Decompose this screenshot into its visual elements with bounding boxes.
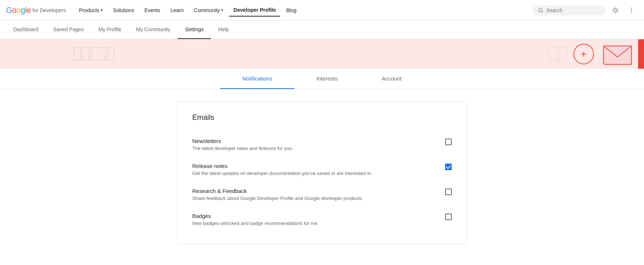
research-feedback-checkbox[interactable] [445,189,452,195]
nav-item-events[interactable]: Events [140,4,165,16]
svg-point-12 [631,10,632,11]
release-notes-desc: Get the latest updates on developer docu… [192,171,372,176]
subnav-item-my-community[interactable]: My Community [129,21,178,39]
subnav-item-dashboard[interactable]: Dashboard [6,21,46,39]
subnav-item-settings[interactable]: Settings [178,21,211,39]
hero-envelope [603,43,632,65]
research-feedback-label: Research & Feedback [192,188,363,194]
nav-item-learn[interactable]: Learn [166,4,188,16]
top-nav: Google for Developers Products ▾ Solutio… [0,0,644,21]
main-content: Emails Newsletters The latest developer … [171,101,473,244]
search-box[interactable] [532,5,606,15]
svg-line-9 [613,12,613,12]
hero-banner: + [0,39,644,69]
email-row-research-feedback: Research & Feedback Share feedback about… [192,182,452,207]
more-vertical-icon [628,7,635,14]
settings-tab-notifications[interactable]: Notifications [220,69,294,89]
email-card-title: Emails [192,113,452,122]
svg-point-11 [631,7,632,8]
email-row-release-notes: Release notes Get the latest updates on … [192,157,452,182]
hero-rect-group [548,47,568,61]
hero-left-shapes [0,39,115,69]
svg-rect-14 [604,46,632,64]
hero-shape-rect-2 [82,47,90,61]
settings-tab-account[interactable]: Account [360,69,424,89]
nav-item-developer-profile[interactable]: Developer Profile [229,4,280,17]
sub-nav: Dashboard Saved Pages My Profile My Comm… [0,21,644,39]
release-notes-label: Release notes [192,163,372,169]
newsletters-desc: The latest developer news and features f… [192,146,293,151]
newsletters-label: Newsletters [192,138,293,144]
hero-right-shapes: + [548,39,644,69]
release-notes-checkbox[interactable] [445,164,452,170]
svg-point-13 [631,12,632,13]
email-row-newsletters: Newsletters The latest developer news an… [192,132,452,157]
settings-tabs: Notifications Interests Account [0,69,644,89]
subnav-item-help[interactable]: Help [211,21,236,39]
hero-rect-2 [559,47,568,61]
nav-item-blog[interactable]: Blog [282,4,301,16]
hero-plus-circle: + [573,44,594,64]
hero-shape-rect-3 [91,47,106,61]
logo[interactable]: Google for Developers [6,6,66,15]
email-card: Emails Newsletters The latest developer … [177,101,467,244]
hero-red-bar [638,39,644,69]
hero-shape-rect-1 [74,47,81,61]
chevron-down-icon: ▾ [101,8,103,12]
nav-right [532,4,638,17]
search-input[interactable] [546,7,600,13]
svg-line-10 [617,8,618,8]
badges-desc: New badges unlocked and badge recommenda… [192,221,319,226]
svg-point-2 [614,8,617,11]
search-icon [538,7,543,13]
svg-point-0 [539,8,542,11]
email-row-badges: Badges New badges unlocked and badge rec… [192,207,452,232]
nav-item-solutions[interactable]: Solutions [108,4,139,16]
hero-shape-rect-4 [107,47,115,61]
more-options-button[interactable] [625,4,638,17]
theme-toggle-button[interactable] [609,4,622,17]
subnav-item-saved-pages[interactable]: Saved Pages [46,21,91,39]
badges-label: Badges [192,213,319,219]
svg-line-5 [613,8,613,8]
svg-line-1 [542,11,543,12]
google-logo: Google [6,6,31,15]
nav-item-products[interactable]: Products ▾ [75,4,107,16]
newsletters-checkbox[interactable] [445,139,452,145]
brightness-icon [612,7,619,14]
settings-tab-interests[interactable]: Interests [294,69,360,89]
logo-suffix: for Developers [32,7,66,13]
chevron-down-icon: ▾ [221,8,223,12]
research-feedback-desc: Share feedback about Google Developer Pr… [192,196,363,201]
badges-checkbox[interactable] [445,214,452,220]
nav-links: Products ▾ Solutions Events Learn Commun… [75,4,532,17]
hero-rect-1 [548,47,557,61]
nav-item-community[interactable]: Community ▾ [190,4,228,16]
subnav-item-my-profile[interactable]: My Profile [91,21,129,39]
svg-line-6 [617,12,618,12]
